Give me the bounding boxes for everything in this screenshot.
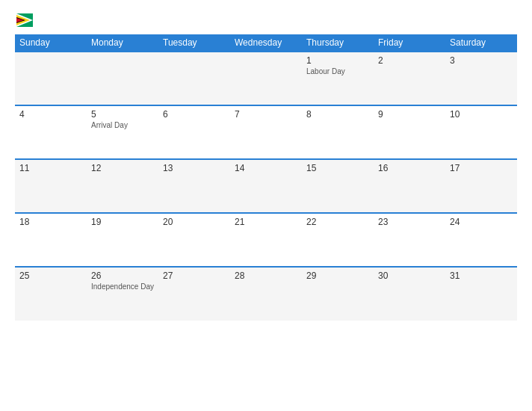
calendar-cell: 3	[445, 52, 517, 105]
weekday-header: Monday	[87, 34, 158, 52]
calendar-cell: 8	[302, 105, 374, 159]
day-number: 12	[91, 163, 154, 173]
calendar-cell: 2	[374, 52, 445, 105]
day-number: 1	[306, 55, 369, 66]
day-number: 22	[306, 217, 369, 227]
calendar-cell: 21	[230, 213, 302, 267]
header	[15, 13, 517, 27]
calendar-week-row: 45Arrival Day678910	[15, 105, 517, 159]
calendar-cell: 4	[15, 105, 87, 159]
calendar-cell: 24	[445, 213, 517, 267]
day-number: 18	[19, 217, 82, 227]
day-number: 2	[378, 55, 441, 66]
day-number: 29	[306, 271, 369, 281]
calendar-cell: 13	[158, 159, 230, 213]
calendar-cell: 25	[15, 267, 87, 321]
calendar-cell: 5Arrival Day	[87, 105, 158, 159]
day-number: 27	[163, 271, 226, 281]
weekday-header: Friday	[374, 34, 445, 52]
day-number: 19	[91, 217, 154, 227]
calendar-table: SundayMondayTuesdayWednesdayThursdayFrid…	[15, 34, 517, 321]
day-number: 17	[450, 163, 513, 173]
day-number: 23	[378, 217, 441, 227]
day-number: 5	[91, 109, 154, 120]
calendar-cell	[158, 52, 230, 105]
calendar-cell: 15	[302, 159, 374, 213]
calendar-cell: 9	[374, 105, 445, 159]
day-number: 20	[163, 217, 226, 227]
calendar-cell: 31	[445, 267, 517, 321]
weekday-header: Tuesday	[158, 34, 230, 52]
day-number: 7	[235, 109, 297, 120]
calendar-cell: 10	[445, 105, 517, 159]
calendar-cell: 22	[302, 213, 374, 267]
calendar-week-row: 11121314151617	[15, 159, 517, 213]
calendar-cell: 19	[87, 213, 158, 267]
day-number: 14	[235, 163, 297, 173]
weekday-header: Wednesday	[230, 34, 302, 52]
weekday-header-row: SundayMondayTuesdayWednesdayThursdayFrid…	[15, 34, 517, 52]
logo-flag-icon	[16, 13, 33, 27]
day-number: 16	[378, 163, 441, 173]
calendar-cell: 6	[158, 105, 230, 159]
day-number: 6	[163, 109, 226, 120]
day-number: 9	[378, 109, 441, 120]
day-number: 26	[91, 271, 154, 281]
calendar-cell: 11	[15, 159, 87, 213]
day-number: 10	[450, 109, 513, 120]
calendar-cell: 17	[445, 159, 517, 213]
page: SundayMondayTuesdayWednesdayThursdayFrid…	[0, 0, 532, 411]
calendar-cell: 12	[87, 159, 158, 213]
calendar-week-row: 18192021222324	[15, 213, 517, 267]
calendar-week-row: 1Labour Day23	[15, 52, 517, 105]
day-number: 31	[450, 271, 513, 281]
calendar-cell: 27	[158, 267, 230, 321]
calendar-week-row: 2526Independence Day2728293031	[15, 267, 517, 321]
logo	[15, 13, 75, 27]
calendar-cell: 1Labour Day	[302, 52, 374, 105]
day-number: 4	[19, 109, 82, 120]
calendar-cell	[15, 52, 87, 105]
calendar-cell: 26Independence Day	[87, 267, 158, 321]
day-number: 3	[450, 55, 513, 66]
holiday-label: Arrival Day	[91, 121, 154, 129]
day-number: 13	[163, 163, 226, 173]
calendar-cell: 7	[230, 105, 302, 159]
calendar-cell: 16	[374, 159, 445, 213]
day-number: 24	[450, 217, 513, 227]
day-number: 25	[19, 271, 82, 281]
calendar-cell: 30	[374, 267, 445, 321]
calendar-cell: 18	[15, 213, 87, 267]
calendar-cell: 29	[302, 267, 374, 321]
weekday-header: Sunday	[15, 34, 87, 52]
day-number: 28	[235, 271, 297, 281]
calendar-cell: 14	[230, 159, 302, 213]
calendar-cell: 20	[158, 213, 230, 267]
calendar-cell	[230, 52, 302, 105]
day-number: 11	[19, 163, 82, 173]
day-number: 30	[378, 271, 441, 281]
day-number: 21	[235, 217, 297, 227]
holiday-label: Independence Day	[91, 282, 154, 291]
calendar-cell	[87, 52, 158, 105]
calendar-cell: 28	[230, 267, 302, 321]
calendar-cell: 23	[374, 213, 445, 267]
weekday-header: Thursday	[302, 34, 374, 52]
weekday-header: Saturday	[445, 34, 517, 52]
holiday-label: Labour Day	[306, 67, 369, 75]
day-number: 8	[306, 109, 369, 120]
day-number: 15	[306, 163, 369, 173]
